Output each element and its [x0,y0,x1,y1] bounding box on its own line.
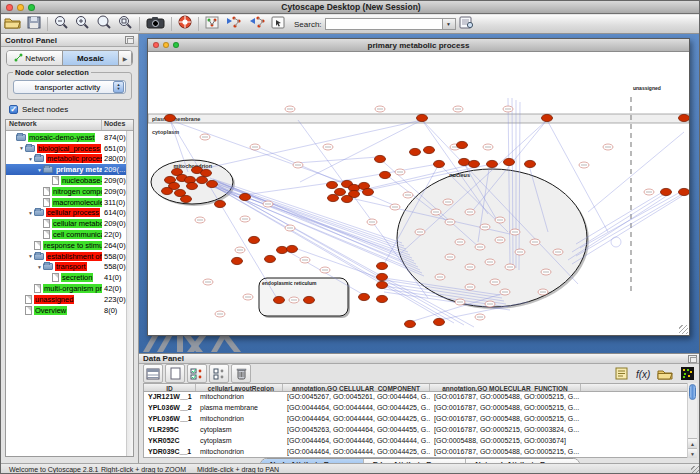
tree-expand-arrow-icon[interactable]: ▼ [18,145,25,151]
node-color-dropdown[interactable]: transporter activity ▲▼ [13,80,126,94]
node-selected-red[interactable] [197,176,208,183]
tree-row[interactable]: cellular metabo209(0) [6,218,133,229]
network-resize-grip-icon[interactable] [679,325,688,334]
node-selected-red[interactable] [342,195,353,202]
tree-row[interactable]: cell communicat22(0) [6,229,133,240]
tree-row[interactable]: ▼transport558(0) [6,262,133,273]
tree-row[interactable]: multi-organism pro42(0) [6,283,133,294]
node-selected-red[interactable] [265,255,276,262]
tree-row[interactable]: unassigned223(0) [6,294,133,305]
node-selected-red[interactable] [377,295,388,302]
tab-network[interactable]: Network [7,51,63,65]
network-canvas[interactable]: plasma membranecytoplasmmitochondrionnuc… [148,52,689,335]
node-selected-red[interactable] [469,160,480,167]
snapshot-button[interactable] [143,16,168,33]
node-selected-red[interactable] [187,182,198,189]
edge[interactable] [198,120,422,170]
window-resize-grip-icon[interactable] [691,466,700,474]
attribute-list-button[interactable] [209,364,229,383]
node-selected-red[interactable] [377,281,388,288]
open-file-button[interactable] [1,16,24,33]
table-scrollbar[interactable]: ▲ ▼ [687,383,697,458]
select-first-neighbors-button[interactable] [222,16,245,33]
scrollbar-thumb[interactable] [689,384,696,400]
zoom-fit-button[interactable] [115,16,136,33]
tree-row[interactable]: ▼cellular process614(0) [6,208,133,219]
notes-button[interactable] [611,364,631,383]
annotation-button[interactable] [268,16,288,33]
table-row[interactable]: YJR121W__1mitochondrion[GO:0045267, GO:0… [144,392,696,403]
node-selected-red[interactable] [240,193,251,200]
node-selected-red[interactable] [679,114,690,121]
edge[interactable] [253,145,398,207]
delete-attribute-button[interactable] [231,364,251,383]
select-nodes-checkbox[interactable]: ✓ [9,105,18,114]
column-header[interactable]: _cellularLayoutRegion [196,384,283,391]
tree-row[interactable]: mosaic-demo-yeast874(0) [6,132,133,143]
node-selected-red[interactable] [249,236,260,243]
attribute-checklist-button[interactable] [187,364,207,383]
new-attribute-button[interactable] [165,364,185,383]
node-selected-red[interactable] [487,160,498,167]
node-selected-red[interactable] [377,273,388,280]
node-selected-red[interactable] [327,181,338,188]
node-selected-red[interactable] [162,187,173,194]
node-selected-red[interactable] [363,188,374,195]
node-selected-red[interactable] [410,148,421,155]
tree-expand-arrow-icon[interactable]: ▼ [27,253,34,259]
edge[interactable] [572,196,682,264]
tree-scrollbar[interactable] [126,131,133,456]
column-header[interactable]: annotation.GO MOLECULAR_FUNCTION [430,384,581,391]
node-selected-red[interactable] [304,296,315,303]
node-selected-red[interactable] [375,155,386,162]
network-view-window[interactable]: primary metabolic process plasma membran… [147,38,690,336]
node-selected-red[interactable] [277,246,288,253]
column-header[interactable]: ID [144,384,196,391]
table-row[interactable]: YLR295Ccytoplasm[GO:0045263, GO:0044464,… [144,425,696,436]
save-session-button[interactable] [24,16,44,33]
node-selected-red[interactable] [525,160,536,167]
tree-row[interactable]: macromolecule311(0) [6,197,133,208]
zoom-out-button[interactable] [51,16,72,33]
help-button[interactable] [175,16,195,33]
network-window-title-bar[interactable]: primary metabolic process [148,39,689,52]
matrix-view-button[interactable] [677,364,697,383]
node-selected-red[interactable] [181,195,192,202]
self-loop-edge[interactable] [611,237,621,247]
node-selected-red[interactable] [201,169,212,176]
tree-row[interactable]: ▼establishment of lo558(0) [6,251,133,262]
node-selected-red[interactable] [542,114,553,121]
tree-row[interactable]: ▼biological_process651(0) [6,143,133,154]
tree-header-nodes[interactable]: Nodes [102,120,133,130]
tab-mosaic[interactable]: Mosaic [63,51,119,65]
node-selected-red[interactable] [215,200,226,207]
tree-row[interactable]: ▼metabolic process280(0) [6,154,133,165]
node-selected-red[interactable] [457,141,468,148]
node-selected-red[interactable] [207,180,218,187]
tree-expand-arrow-icon[interactable]: ▼ [36,167,43,173]
node-selected-red[interactable] [380,171,391,178]
zoom-selected-button[interactable] [93,16,115,33]
search-input[interactable] [325,18,443,30]
tree-row[interactable]: nitrogen compo209(0) [6,186,133,197]
node-selected-red[interactable] [504,158,515,165]
column-header[interactable]: annotation.GO CELLULAR_COMPONENT [283,384,430,391]
node-selected-red[interactable] [287,245,298,252]
zoom-in-button[interactable] [72,16,93,33]
edge[interactable] [244,183,330,195]
tree-expand-arrow-icon[interactable]: ▼ [36,264,43,270]
node-selected-red[interactable] [359,293,370,300]
select-attributes-button[interactable] [143,364,163,383]
node-selected-red[interactable] [459,158,470,165]
tree-row[interactable]: Overview8(0) [6,305,133,316]
node-selected-red[interactable] [405,320,416,327]
tree-row[interactable]: response to stimulu264(0) [6,240,133,251]
node-selected-red[interactable] [434,318,445,325]
node-selected-red[interactable] [328,194,339,201]
tabs-overflow-arrow-icon[interactable]: ▶ [119,51,132,65]
tree-row[interactable]: secretion41(0) [6,272,133,283]
formula-builder-button[interactable]: f(x) [633,364,653,383]
data-panel-float-icon[interactable] [688,355,697,363]
main-title-bar[interactable]: Cytoscape Desktop (New Session) [1,1,700,14]
table-row[interactable]: YDR039C__1mitochondrion[GO:0044464, GO:0… [144,447,696,458]
